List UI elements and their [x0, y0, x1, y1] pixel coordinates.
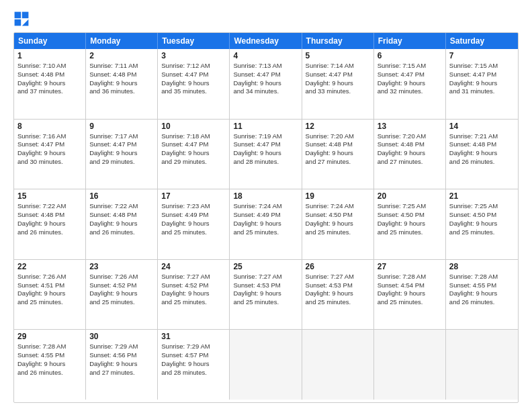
cal-cell-dec-14: 14Sunrise: 7:21 AM Sunset: 4:48 PM Dayli…	[446, 120, 518, 189]
cal-cell-dec-20: 20Sunrise: 7:25 AM Sunset: 4:50 PM Dayli…	[374, 189, 446, 259]
day-number: 26	[306, 262, 370, 271]
day-info: Sunrise: 7:28 AM Sunset: 4:55 PM Dayligh…	[449, 273, 515, 307]
day-number: 14	[449, 122, 515, 131]
day-info: Sunrise: 7:22 AM Sunset: 4:48 PM Dayligh…	[17, 202, 82, 236]
day-info: Sunrise: 7:14 AM Sunset: 4:47 PM Dayligh…	[306, 62, 370, 96]
cal-week-1: 1Sunrise: 7:10 AM Sunset: 4:48 PM Daylig…	[14, 49, 518, 120]
cal-cell-dec-28: 28Sunrise: 7:28 AM Sunset: 4:55 PM Dayli…	[446, 260, 518, 330]
day-number: 20	[378, 191, 442, 201]
cal-header-wednesday: Wednesday	[230, 33, 302, 49]
cal-cell-dec-4: 4Sunrise: 7:13 AM Sunset: 4:47 PM Daylig…	[230, 49, 302, 119]
cal-cell-dec-29: 29Sunrise: 7:28 AM Sunset: 4:55 PM Dayli…	[14, 330, 86, 400]
day-number: 2	[89, 51, 154, 60]
cal-cell-dec-12: 12Sunrise: 7:20 AM Sunset: 4:48 PM Dayli…	[302, 120, 374, 189]
cal-cell-dec-23: 23Sunrise: 7:26 AM Sunset: 4:52 PM Dayli…	[86, 260, 158, 330]
cal-cell-empty	[446, 330, 518, 400]
cal-header-saturday: Saturday	[446, 33, 518, 49]
cal-cell-dec-11: 11Sunrise: 7:19 AM Sunset: 4:47 PM Dayli…	[230, 120, 302, 189]
day-number: 7	[449, 51, 515, 60]
day-info: Sunrise: 7:20 AM Sunset: 4:48 PM Dayligh…	[378, 132, 442, 167]
day-number: 15	[17, 191, 82, 201]
day-info: Sunrise: 7:16 AM Sunset: 4:47 PM Dayligh…	[17, 132, 82, 167]
day-number: 10	[161, 122, 226, 131]
day-info: Sunrise: 7:19 AM Sunset: 4:47 PM Dayligh…	[233, 132, 298, 167]
cal-header-thursday: Thursday	[302, 33, 374, 49]
cal-header-monday: Monday	[86, 33, 158, 49]
cal-cell-dec-30: 30Sunrise: 7:29 AM Sunset: 4:56 PM Dayli…	[86, 330, 158, 400]
day-number: 12	[306, 122, 370, 131]
day-number: 13	[378, 122, 442, 131]
cal-cell-dec-17: 17Sunrise: 7:23 AM Sunset: 4:49 PM Dayli…	[158, 189, 230, 259]
day-number: 28	[449, 262, 515, 271]
cal-header-tuesday: Tuesday	[158, 33, 230, 49]
day-number: 22	[17, 262, 82, 271]
cal-cell-dec-27: 27Sunrise: 7:28 AM Sunset: 4:54 PM Dayli…	[374, 260, 446, 330]
day-info: Sunrise: 7:25 AM Sunset: 4:50 PM Dayligh…	[449, 202, 515, 236]
day-info: Sunrise: 7:15 AM Sunset: 4:47 PM Dayligh…	[378, 62, 442, 96]
day-info: Sunrise: 7:27 AM Sunset: 4:52 PM Dayligh…	[161, 273, 226, 307]
day-number: 27	[378, 262, 442, 271]
svg-rect-1	[22, 12, 29, 19]
day-info: Sunrise: 7:28 AM Sunset: 4:55 PM Dayligh…	[17, 342, 82, 377]
day-info: Sunrise: 7:24 AM Sunset: 4:49 PM Dayligh…	[233, 202, 298, 236]
day-info: Sunrise: 7:23 AM Sunset: 4:49 PM Dayligh…	[161, 202, 226, 236]
cal-cell-dec-18: 18Sunrise: 7:24 AM Sunset: 4:49 PM Dayli…	[230, 189, 302, 259]
logo	[13, 11, 32, 27]
day-info: Sunrise: 7:27 AM Sunset: 4:53 PM Dayligh…	[233, 273, 298, 307]
day-info: Sunrise: 7:26 AM Sunset: 4:51 PM Dayligh…	[17, 273, 82, 307]
day-number: 6	[378, 51, 442, 60]
cal-header-friday: Friday	[374, 33, 446, 49]
day-number: 18	[233, 191, 298, 201]
day-info: Sunrise: 7:12 AM Sunset: 4:47 PM Dayligh…	[161, 62, 226, 96]
svg-rect-0	[15, 12, 21, 19]
cal-cell-dec-10: 10Sunrise: 7:18 AM Sunset: 4:47 PM Dayli…	[158, 120, 230, 189]
day-info: Sunrise: 7:27 AM Sunset: 4:53 PM Dayligh…	[306, 273, 370, 307]
day-number: 31	[161, 332, 226, 341]
header	[13, 11, 519, 27]
cal-cell-dec-6: 6Sunrise: 7:15 AM Sunset: 4:47 PM Daylig…	[374, 49, 446, 119]
day-number: 3	[161, 51, 226, 60]
cal-cell-dec-13: 13Sunrise: 7:20 AM Sunset: 4:48 PM Dayli…	[374, 120, 446, 189]
calendar: SundayMondayTuesdayWednesdayThursdayFrid…	[13, 32, 519, 403]
day-number: 21	[449, 191, 515, 201]
cal-week-2: 8Sunrise: 7:16 AM Sunset: 4:47 PM Daylig…	[14, 120, 518, 190]
logo-icon	[13, 11, 30, 27]
cal-cell-dec-26: 26Sunrise: 7:27 AM Sunset: 4:53 PM Dayli…	[302, 260, 374, 330]
cal-cell-dec-8: 8Sunrise: 7:16 AM Sunset: 4:47 PM Daylig…	[14, 120, 86, 189]
cal-cell-dec-21: 21Sunrise: 7:25 AM Sunset: 4:50 PM Dayli…	[446, 189, 518, 259]
cal-cell-dec-19: 19Sunrise: 7:24 AM Sunset: 4:50 PM Dayli…	[302, 189, 374, 259]
day-number: 23	[89, 262, 154, 271]
day-number: 9	[89, 122, 154, 131]
cal-cell-dec-1: 1Sunrise: 7:10 AM Sunset: 4:48 PM Daylig…	[14, 49, 86, 119]
calendar-header: SundayMondayTuesdayWednesdayThursdayFrid…	[14, 33, 518, 49]
day-info: Sunrise: 7:17 AM Sunset: 4:47 PM Dayligh…	[89, 132, 154, 167]
cal-cell-dec-24: 24Sunrise: 7:27 AM Sunset: 4:52 PM Dayli…	[158, 260, 230, 330]
day-number: 24	[161, 262, 226, 271]
cal-cell-empty	[230, 330, 302, 400]
cal-cell-dec-25: 25Sunrise: 7:27 AM Sunset: 4:53 PM Dayli…	[230, 260, 302, 330]
day-number: 16	[89, 191, 154, 201]
cal-cell-empty	[302, 330, 374, 400]
day-info: Sunrise: 7:18 AM Sunset: 4:47 PM Dayligh…	[161, 132, 226, 167]
svg-rect-2	[15, 19, 21, 26]
day-info: Sunrise: 7:25 AM Sunset: 4:50 PM Dayligh…	[378, 202, 442, 236]
day-number: 4	[233, 51, 298, 60]
day-info: Sunrise: 7:10 AM Sunset: 4:48 PM Dayligh…	[17, 62, 82, 96]
calendar-body: 1Sunrise: 7:10 AM Sunset: 4:48 PM Daylig…	[14, 49, 518, 400]
day-info: Sunrise: 7:11 AM Sunset: 4:48 PM Dayligh…	[89, 62, 154, 96]
day-info: Sunrise: 7:15 AM Sunset: 4:47 PM Dayligh…	[449, 62, 515, 96]
day-info: Sunrise: 7:21 AM Sunset: 4:48 PM Dayligh…	[449, 132, 515, 167]
cal-cell-dec-9: 9Sunrise: 7:17 AM Sunset: 4:47 PM Daylig…	[86, 120, 158, 189]
day-info: Sunrise: 7:22 AM Sunset: 4:48 PM Dayligh…	[89, 202, 154, 236]
day-number: 19	[306, 191, 370, 201]
day-number: 8	[17, 122, 82, 131]
day-number: 29	[17, 332, 82, 341]
cal-cell-dec-31: 31Sunrise: 7:29 AM Sunset: 4:57 PM Dayli…	[158, 330, 230, 400]
cal-cell-dec-16: 16Sunrise: 7:22 AM Sunset: 4:48 PM Dayli…	[86, 189, 158, 259]
cal-cell-dec-3: 3Sunrise: 7:12 AM Sunset: 4:47 PM Daylig…	[158, 49, 230, 119]
day-number: 1	[17, 51, 82, 60]
cal-cell-empty	[374, 330, 446, 400]
day-number: 11	[233, 122, 298, 131]
cal-week-4: 22Sunrise: 7:26 AM Sunset: 4:51 PM Dayli…	[14, 260, 518, 330]
cal-week-5: 29Sunrise: 7:28 AM Sunset: 4:55 PM Dayli…	[14, 330, 518, 400]
